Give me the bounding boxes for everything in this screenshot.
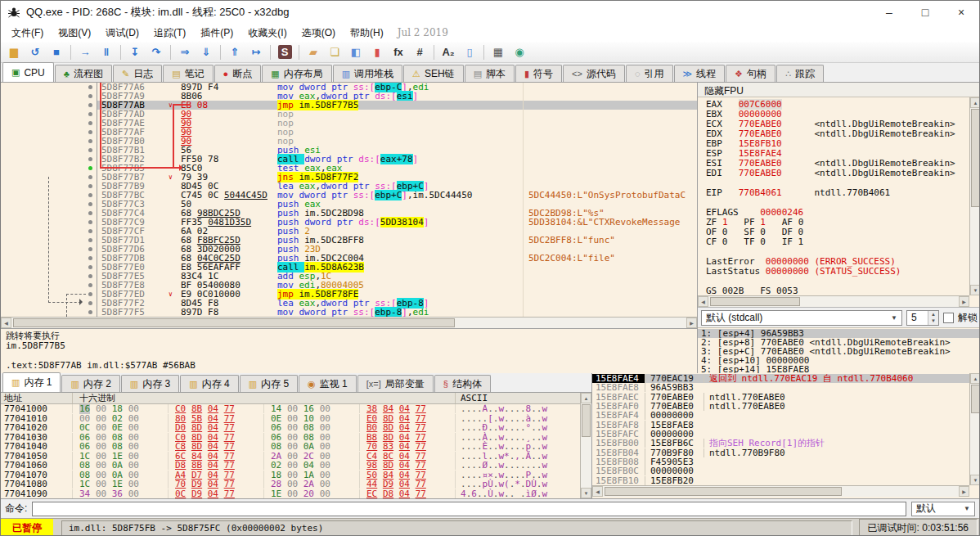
bookmarks-icon[interactable]: ▮ [367, 43, 387, 61]
stack-hscrollbar[interactable]: ◀ ▶ [592, 485, 969, 497]
breakpoint-bullet[interactable] [86, 272, 97, 281]
menu-item[interactable]: 收藏夹(I) [241, 25, 294, 42]
stack-row[interactable]: 15E8FB0015E8FB6C指向SEH_Record[1]的指针 [592, 439, 969, 448]
stack-row[interactable]: 15E8FAF400000000 [592, 411, 969, 420]
arg-row[interactable]: 5: [esp+14] 15E8FAE8 [698, 365, 980, 373]
register-line[interactable]: GS 002B FS 0053 [706, 286, 969, 295]
breakpoint-bullet[interactable] [86, 155, 97, 164]
register-line[interactable]: LastStatus 00000000 (STATUS_SUCCESS) [706, 267, 969, 277]
string-references-icon[interactable]: A₂ [438, 43, 458, 61]
registers-hscrollbar[interactable]: ◀ ▶ [698, 295, 969, 307]
scroll-left-icon[interactable]: ◀ [592, 486, 603, 497]
menu-item[interactable]: 帮助(H) [343, 25, 391, 42]
tab-seh-chain[interactable]: ⚠SEH链 [403, 65, 464, 82]
breakpoint-bullet[interactable] [86, 146, 97, 155]
command-profile-select[interactable]: 默认 ▼ [911, 502, 975, 516]
scroll-down-icon[interactable]: ▼ [581, 488, 591, 498]
close-button[interactable]: × [943, 1, 979, 24]
menu-item[interactable]: 调试(D) [98, 25, 146, 42]
stack-row[interactable]: 15E8FAF0770EABE0ntdll.770EABE0 [592, 402, 969, 411]
register-line[interactable]: CF 0 TF 0 IF 1 [706, 237, 969, 247]
registers-vscrollbar[interactable]: ▲ ▼ [969, 97, 980, 295]
stack-row[interactable]: 15E8FB1015E8FB20 [592, 476, 969, 485]
tab-trace[interactable]: ∴跟踪 [776, 65, 824, 82]
menu-item[interactable]: 文件(F) [4, 25, 51, 42]
tab-log[interactable]: ✎日志 [113, 65, 162, 82]
open-file-icon[interactable]: ▆ [4, 43, 24, 61]
arg-count-stepper[interactable]: 5 ▲▼ [906, 310, 939, 326]
tab-memory-2[interactable]: ▥内存 2 [61, 375, 119, 392]
maximize-button[interactable]: □ [907, 1, 943, 24]
tab-memory-4[interactable]: ▥内存 4 [180, 375, 238, 392]
scroll-down-icon[interactable]: ▼ [970, 475, 980, 485]
stack-row[interactable]: 15E8FB08F45905E3 [592, 457, 969, 466]
step-out-icon[interactable]: ⇓ [196, 43, 216, 61]
tab-threads[interactable]: ≫线程 [674, 65, 726, 82]
stack-row[interactable]: 15E8FAE4770EAC19返回到 ntdll.770EAC19 自 ntd… [592, 374, 969, 383]
restart-icon[interactable]: ↺ [25, 43, 45, 61]
run-to-selection-icon[interactable]: ⇑ [225, 43, 245, 61]
breakpoint-bullet[interactable] [86, 227, 97, 236]
stack-row[interactable]: 15E8FAE896A59BB3 [592, 383, 969, 392]
execute-till-return-icon[interactable]: ⇒ [175, 43, 195, 61]
tab-notes[interactable]: ▤笔记 [163, 65, 213, 82]
command-input[interactable] [32, 502, 906, 516]
dump-row[interactable]: 7704109034 00 36 000C D9 04 771E 00 20 0… [1, 489, 580, 499]
disasm-row[interactable]: 5D8F77F5897D F8mov dword ptr ss:[ebp-8],… [1, 308, 697, 317]
breakpoint-bullet[interactable] [86, 173, 97, 182]
breakpoint-bullet[interactable] [86, 308, 97, 317]
scroll-right-icon[interactable]: ▶ [686, 318, 697, 328]
disasm-hscrollbar[interactable]: ◀ ▶ [1, 317, 697, 328]
scylla-icon[interactable]: S [275, 43, 294, 61]
breakpoint-bullet[interactable] [86, 254, 97, 263]
labels-icon[interactable]: ◧ [346, 43, 366, 61]
scroll-up-icon[interactable]: ▲ [970, 97, 980, 108]
tab-struct[interactable]: §结构体 [434, 375, 491, 392]
stack-row[interactable]: 15E8FAF815E8FAE8 [592, 421, 969, 430]
breakpoint-bullet[interactable] [86, 164, 97, 173]
step-over-icon[interactable]: ↷ [146, 43, 166, 61]
breakpoint-bullet[interactable] [86, 83, 97, 92]
scroll-down-icon[interactable]: ▼ [970, 285, 980, 295]
tab-locals[interactable]: [x=]局部变量 [357, 375, 434, 392]
stack-row[interactable]: 15E8FB04770B9F80ntdll.770B9F80 [592, 448, 969, 457]
scroll-thumb[interactable] [605, 487, 842, 496]
breakpoint-bullet[interactable] [86, 281, 97, 290]
breakpoint-bullet[interactable] [86, 236, 97, 245]
breakpoint-bullet[interactable] [86, 209, 97, 218]
scroll-thumb[interactable] [971, 109, 980, 207]
scroll-thumb[interactable] [13, 318, 455, 327]
tab-symbols[interactable]: ▮符号 [515, 65, 562, 82]
functions-icon[interactable]: fx [389, 43, 408, 61]
scroll-up-icon[interactable]: ▲ [581, 393, 591, 403]
tab-references[interactable]: ◌引用 [626, 65, 673, 82]
calculator-icon[interactable]: ▦ [488, 43, 508, 61]
unlock-checkbox[interactable] [943, 313, 954, 323]
tab-handles[interactable]: ❖句柄 [726, 65, 775, 82]
tab-breakpoints[interactable]: ●断点 [214, 65, 262, 82]
minimize-button[interactable]: – [871, 1, 907, 24]
scroll-right-icon[interactable]: ▶ [959, 296, 969, 307]
breakpoint-bullet[interactable] [86, 110, 97, 119]
scroll-up-icon[interactable]: ▲ [970, 373, 980, 384]
scroll-left-icon[interactable]: ◀ [698, 296, 708, 307]
scroll-left-icon[interactable]: ◀ [1, 318, 11, 328]
stepper-arrows-icon[interactable]: ▲▼ [928, 311, 938, 325]
menu-item[interactable]: 视图(V) [51, 25, 98, 42]
pause-icon[interactable]: ‖ [97, 43, 116, 61]
calling-convention-select[interactable]: 默认 (stdcall) ▼ [701, 310, 902, 326]
hash-window-icon[interactable]: # [410, 43, 429, 61]
breakpoint-bullet[interactable] [86, 290, 97, 299]
menu-item[interactable]: 追踪(T) [146, 25, 193, 42]
stack-row[interactable]: 15E8FAEC770EABE0ntdll.770EABE0 [592, 393, 969, 402]
tab-call-stack[interactable]: ▥调用堆栈 [333, 65, 402, 82]
breakpoint-bullet[interactable] [86, 263, 97, 272]
tab-memory-map[interactable]: ▦内存布局 [262, 65, 331, 82]
tab-watch[interactable]: ◉监视 1 [299, 375, 357, 392]
comments-icon[interactable]: ❏ [325, 43, 344, 61]
breakpoint-bullet[interactable] [86, 137, 97, 146]
dump-vscrollbar[interactable]: ▲ ▼ [580, 393, 591, 498]
patches-icon[interactable]: ▰ [303, 43, 323, 61]
breakpoint-bullet[interactable] [86, 200, 97, 209]
tab-cpu[interactable]: ▣CPU [2, 62, 54, 82]
